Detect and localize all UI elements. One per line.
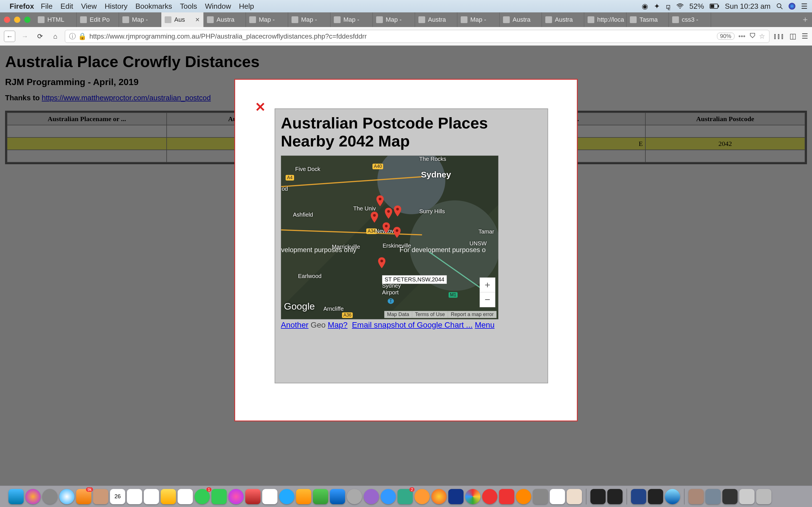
- map-marker[interactable]: [393, 227, 401, 238]
- dock-app[interactable]: [380, 489, 396, 504]
- browser-tab[interactable]: http://loca: [584, 12, 626, 27]
- dock-photos[interactable]: [177, 489, 193, 504]
- tab-close-icon[interactable]: ✕: [195, 16, 200, 23]
- dock-itunes[interactable]: [229, 489, 244, 504]
- status-icon-1[interactable]: ◉: [642, 2, 648, 11]
- dock-reminders[interactable]: [144, 489, 159, 504]
- bluetooth-icon[interactable]: ⚼: [666, 2, 671, 11]
- map-marker[interactable]: [378, 257, 386, 269]
- reload-button[interactable]: ⟳: [35, 31, 46, 42]
- dock-safari[interactable]: [59, 489, 74, 504]
- browser-tab[interactable]: Map -: [457, 12, 500, 27]
- dock-chrome[interactable]: [465, 489, 480, 504]
- close-icon[interactable]: ✕: [255, 100, 266, 115]
- map-question-link[interactable]: Map?: [328, 321, 348, 329]
- new-tab-button[interactable]: +: [799, 12, 812, 27]
- browser-tab[interactable]: HTML: [35, 12, 77, 27]
- dock-app[interactable]: [665, 489, 680, 504]
- lock-icon[interactable]: 🔒: [78, 33, 87, 40]
- library-icon[interactable]: ⫿⫿⫿: [773, 32, 784, 41]
- forward-button[interactable]: →: [19, 31, 31, 42]
- browser-tab[interactable]: Austra: [415, 12, 457, 27]
- menu-link[interactable]: Menu: [475, 321, 495, 329]
- menu-tools[interactable]: Tools: [180, 2, 197, 11]
- dock-filezilla[interactable]: [499, 489, 514, 504]
- dock-app[interactable]: [414, 489, 430, 504]
- browser-tab[interactable]: css3 -: [669, 12, 711, 27]
- info-icon[interactable]: ⓘ: [69, 32, 76, 41]
- pocket-icon[interactable]: [749, 33, 756, 40]
- email-snapshot-link[interactable]: Email snapshot of Google Chart ...: [352, 321, 472, 329]
- browser-tab[interactable]: Austra: [204, 12, 246, 27]
- map-marker[interactable]: [376, 195, 384, 207]
- dock-app[interactable]: [245, 489, 260, 504]
- report-error-link[interactable]: Report a map error: [448, 311, 497, 318]
- dock-app[interactable]: [705, 489, 721, 504]
- google-map[interactable]: A40 A4 A34 A36 M1 T The Rocks Sydney Fiv…: [281, 156, 499, 320]
- sidebar-icon[interactable]: ◫: [790, 32, 797, 41]
- dock-app[interactable]: [42, 489, 57, 504]
- map-marker[interactable]: [371, 212, 378, 223]
- menu-history[interactable]: History: [105, 2, 128, 11]
- dock-app[interactable]: [364, 489, 379, 504]
- dock-app[interactable]: [347, 489, 362, 504]
- dock-contacts[interactable]: [93, 489, 108, 504]
- menu-help[interactable]: Help: [239, 2, 254, 11]
- dock-app[interactable]: [161, 489, 176, 504]
- another-link[interactable]: Another: [281, 321, 308, 329]
- map-marker[interactable]: [383, 222, 390, 233]
- dock-terminal[interactable]: [607, 489, 622, 504]
- browser-tab[interactable]: Map -: [288, 12, 331, 27]
- hamburger-menu-icon[interactable]: ☰: [802, 32, 808, 41]
- map-data-link[interactable]: Map Data: [384, 311, 412, 318]
- clock[interactable]: Sun 10:23 am: [725, 2, 770, 11]
- dock-app[interactable]: [648, 489, 663, 504]
- map-marker[interactable]: [385, 208, 392, 219]
- browser-tab[interactable]: Tasma: [626, 12, 669, 27]
- wifi-icon[interactable]: [676, 3, 684, 9]
- url-bar[interactable]: ⓘ 🔒 https://www.rjmprogramming.com.au/PH…: [65, 30, 769, 43]
- home-button[interactable]: ⌂: [50, 31, 61, 42]
- dock-finder[interactable]: [8, 489, 24, 504]
- browser-tab[interactable]: Austra: [542, 12, 584, 27]
- menu-window[interactable]: Window: [205, 2, 231, 11]
- dock-app[interactable]: [567, 489, 582, 504]
- dock-app[interactable]: [262, 489, 277, 504]
- dock-app[interactable]: [516, 489, 531, 504]
- dock-app[interactable]: [631, 489, 646, 504]
- browser-tab[interactable]: Map -: [119, 12, 161, 27]
- dock-app[interactable]: [550, 489, 565, 504]
- dock-calendar[interactable]: 26: [110, 489, 125, 504]
- notification-center-icon[interactable]: ☰: [801, 2, 808, 11]
- zoom-in-button[interactable]: +: [480, 278, 495, 292]
- dock-app[interactable]: [689, 489, 704, 504]
- dock-mamp[interactable]: [533, 489, 548, 504]
- maximize-window-button[interactable]: [24, 17, 31, 23]
- dock-app[interactable]: [739, 489, 755, 504]
- zoom-level[interactable]: 90%: [717, 33, 734, 40]
- menu-view[interactable]: View: [81, 2, 97, 11]
- browser-tab[interactable]: Map -: [246, 12, 288, 27]
- dock-numbers[interactable]: [313, 489, 328, 504]
- back-button[interactable]: ←: [4, 31, 15, 42]
- spotlight-icon[interactable]: [776, 3, 783, 10]
- browser-tab[interactable]: Austra: [500, 12, 542, 27]
- dock-pages[interactable]: [296, 489, 311, 504]
- dock-firefox[interactable]: [432, 489, 447, 504]
- browser-tab[interactable]: Edit Po: [77, 12, 119, 27]
- dock-appstore[interactable]: [279, 489, 294, 504]
- page-actions-icon[interactable]: •••: [739, 33, 746, 40]
- map-marker[interactable]: [394, 205, 401, 217]
- app-name[interactable]: Firefox: [10, 2, 34, 11]
- browser-tab[interactable]: Map -: [331, 12, 373, 27]
- dock-trash[interactable]: [756, 489, 771, 504]
- menu-bookmarks[interactable]: Bookmarks: [135, 2, 172, 11]
- browser-tab[interactable]: Map -: [373, 12, 415, 27]
- dock-notes[interactable]: [127, 489, 142, 504]
- dock-messages[interactable]: 1: [195, 489, 210, 504]
- menu-file[interactable]: File: [41, 2, 53, 11]
- dock-photoshop[interactable]: [448, 489, 463, 504]
- dock-facetime[interactable]: [211, 489, 227, 504]
- siri-icon[interactable]: [789, 3, 795, 10]
- minimize-window-button[interactable]: [14, 17, 20, 23]
